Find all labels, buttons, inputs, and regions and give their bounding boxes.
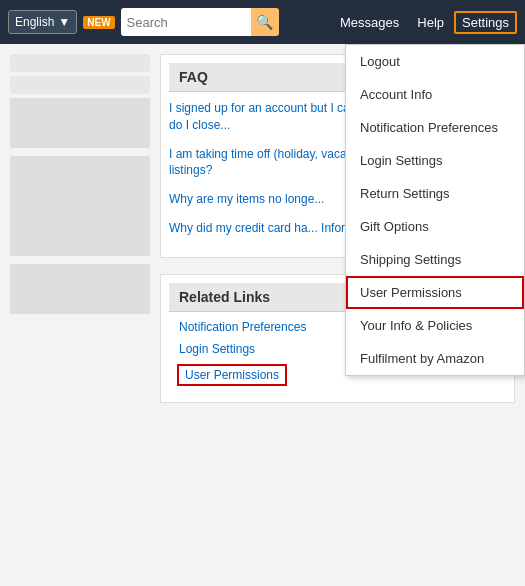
nav-links: Messages Help Settings [332,11,517,34]
dropdown-item-account-info[interactable]: Account Info [346,78,524,111]
sidebar-block-1 [10,98,150,148]
sidebar-block-3 [10,264,150,314]
sidebar-left [10,54,150,403]
search-bar: 🔍 [121,8,281,36]
dropdown-item-your-info-policies[interactable]: Your Info & Policies [346,309,524,342]
search-button[interactable]: 🔍 [251,8,279,36]
search-input[interactable] [121,8,251,36]
related-link-user-permissions[interactable]: User Permissions [177,364,287,386]
settings-link[interactable]: Settings [454,11,517,34]
dropdown-item-notification-prefs[interactable]: Notification Preferences [346,111,524,144]
dropdown-arrow-icon: ▼ [58,15,70,29]
top-navigation: English ▼ NEW 🔍 Messages Help Settings L… [0,0,525,44]
language-selector[interactable]: English ▼ [8,10,77,34]
new-badge: NEW [83,16,114,29]
sidebar-block-2 [10,156,150,256]
dropdown-item-return-settings[interactable]: Return Settings [346,177,524,210]
language-label: English [15,15,54,29]
dropdown-item-user-permissions[interactable]: User Permissions [346,276,524,309]
sidebar-bar-2 [10,76,150,94]
dropdown-item-logout[interactable]: Logout [346,45,524,78]
dropdown-item-fulfilment-amazon[interactable]: Fulfilment by Amazon [346,342,524,375]
dropdown-item-login-settings[interactable]: Login Settings [346,144,524,177]
dropdown-item-gift-options[interactable]: Gift Options [346,210,524,243]
dropdown-item-shipping-settings[interactable]: Shipping Settings [346,243,524,276]
help-link[interactable]: Help [409,11,452,34]
settings-dropdown: Logout Account Info Notification Prefere… [345,44,525,376]
messages-link[interactable]: Messages [332,11,407,34]
search-icon: 🔍 [256,14,273,30]
sidebar-bar-1 [10,54,150,72]
